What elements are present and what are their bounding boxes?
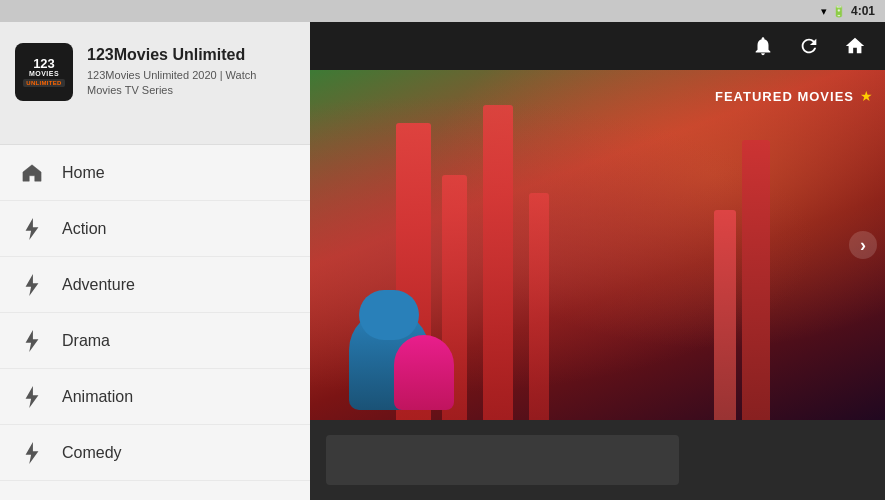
status-bar: ▾ 🔋 4:01	[0, 0, 885, 22]
status-icons: ▾ 🔋 4:01	[821, 4, 875, 18]
sidebar-item-home[interactable]: Home	[0, 145, 310, 201]
featured-star-icon: ★	[860, 88, 873, 104]
sidebar-item-drama[interactable]: Drama	[0, 313, 310, 369]
sidebar-item-label-animation: Animation	[62, 388, 133, 406]
logo-movies: MOVIES	[29, 70, 59, 78]
sidebar-item-label-comedy: Comedy	[62, 444, 122, 462]
action-bar	[310, 22, 885, 70]
bolt-icon-animation	[20, 385, 44, 409]
sidebar-item-label-drama: Drama	[62, 332, 110, 350]
home-icon	[20, 161, 44, 185]
bolt-icon-adventure	[20, 273, 44, 297]
decor-shape-6	[714, 210, 736, 420]
app-info: 123Movies Unlimited 123Movies Unlimited …	[87, 46, 287, 99]
sidebar-item-label-adventure: Adventure	[62, 276, 135, 294]
character-pink	[394, 335, 454, 410]
main-content: FEATURED MOVIES ★ ›	[310, 22, 885, 500]
bottom-content-placeholder	[326, 435, 679, 485]
nav-list: Home Action Adventure	[0, 145, 310, 500]
carousel-next-button[interactable]: ›	[849, 231, 877, 259]
sidebar: 123 MOVIES UNLIMITED 123Movies Unlimited…	[0, 0, 310, 500]
bolt-icon-action	[20, 217, 44, 241]
sidebar-item-action[interactable]: Action	[0, 201, 310, 257]
sidebar-item-label-action: Action	[62, 220, 106, 238]
wifi-icon: ▾	[821, 5, 827, 18]
status-time: 4:01	[851, 4, 875, 18]
app-logo: 123 MOVIES UNLIMITED	[15, 43, 73, 101]
decor-shape-5	[742, 140, 770, 420]
character-area	[339, 113, 598, 411]
home-button[interactable]	[841, 32, 869, 60]
sidebar-item-adventure[interactable]: Adventure	[0, 257, 310, 313]
chevron-right-icon: ›	[860, 235, 866, 256]
logo-unlimited: UNLIMITED	[23, 79, 64, 87]
logo-123: 123	[33, 57, 55, 70]
bolt-icon-drama	[20, 329, 44, 353]
featured-movies-text: FEATURED MOVIES	[715, 89, 854, 104]
bottom-strip	[310, 420, 885, 500]
app-subtitle: 123Movies Unlimited 2020 | Watch Movies …	[87, 68, 287, 99]
banner-background: FEATURED MOVIES ★ ›	[310, 70, 885, 420]
notification-button[interactable]	[749, 32, 777, 60]
bolt-icon-comedy	[20, 441, 44, 465]
sidebar-item-label-home: Home	[62, 164, 105, 182]
battery-icon: 🔋	[832, 5, 846, 18]
sidebar-item-comedy[interactable]: Comedy	[0, 425, 310, 481]
featured-label: FEATURED MOVIES ★	[715, 88, 873, 104]
featured-banner: FEATURED MOVIES ★ ›	[310, 70, 885, 420]
sidebar-item-animation[interactable]: Animation	[0, 369, 310, 425]
app-title: 123Movies Unlimited	[87, 46, 287, 64]
refresh-button[interactable]	[795, 32, 823, 60]
